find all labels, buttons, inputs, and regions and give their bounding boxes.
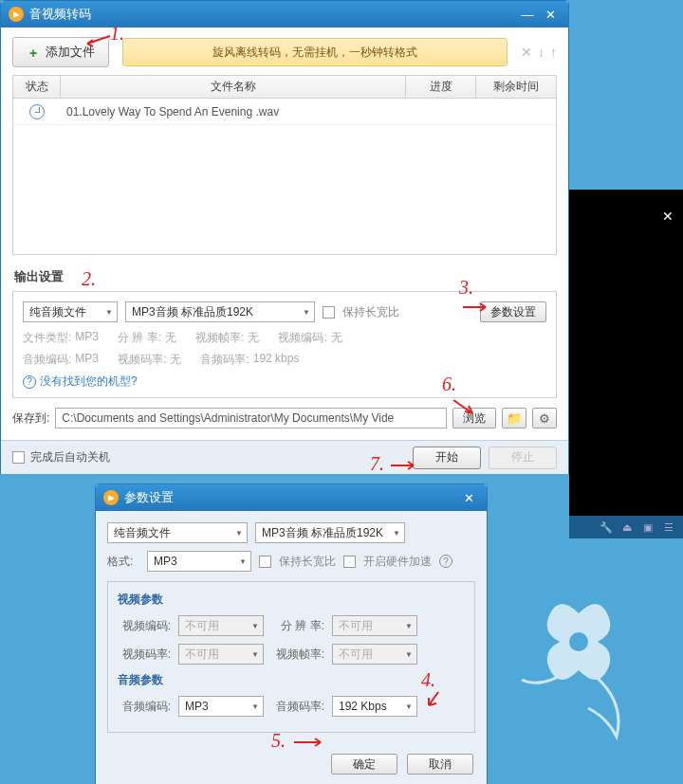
keep-aspect-checkbox[interactable] [323,306,335,319]
flower-decoration [493,556,664,746]
cancel-button[interactable]: 取消 [407,754,473,775]
param-dialog: ▶ 参数设置 ✕ 纯音频文件 MP3音频 标准品质192K 格式: MP3 保持… [95,483,488,784]
saveto-input[interactable] [55,408,447,428]
plus-icon: + [27,46,40,59]
list-icon[interactable]: ☰ [660,519,677,536]
vfps-select: 不可用 [332,644,417,665]
eject-icon[interactable]: ⏏ [618,519,636,536]
background-panel [569,190,683,521]
remove-icon[interactable]: ✕ [521,45,532,60]
start-button[interactable]: 开始 [413,447,481,469]
table-header: 状态 文件名称 进度 剩余时间 [13,76,556,99]
keep-aspect-label: 保持长宽比 [342,304,399,320]
app-icon: ▶ [9,7,24,22]
vcodec-select: 不可用 [178,615,264,636]
output-settings: 纯音频文件 MP3音频 标准品质192K 保持长宽比 参数设置 文件类型:MP3… [12,291,557,398]
promo-banner[interactable]: 旋风离线转码，无需挂机，一秒钟转格式 [122,38,508,66]
params-fieldset: 视频参数 视频编码: 不可用 分 辨 率: 不可用 视频码率: 不可用 视频帧率… [107,581,475,733]
dlg-format-select[interactable]: MP3 [147,551,251,572]
file-type-select[interactable]: 纯音频文件 [23,301,118,322]
dlg-type-select[interactable]: 纯音频文件 [107,522,248,543]
shutdown-checkbox[interactable] [12,451,25,464]
ok-button[interactable]: 确定 [331,754,397,775]
titlebar[interactable]: ▶ 音视频转码 — ✕ [1,1,568,27]
status-cell [13,104,61,119]
resolution-select: 不可用 [332,615,417,636]
dialog-titlebar[interactable]: ▶ 参数设置 ✕ [96,484,487,511]
shutdown-label: 完成后自动关机 [30,449,110,465]
square-icon[interactable]: ▣ [639,519,656,536]
dlg-hwaccel-checkbox[interactable] [343,556,356,568]
th-progress: 进度 [406,76,476,98]
dlg-aspect-checkbox[interactable] [259,556,271,568]
dialog-close-button[interactable]: ✕ [458,489,479,506]
th-name: 文件名称 [61,76,406,98]
open-folder-button[interactable]: 📁 [502,408,526,428]
down-icon[interactable]: ↓ [538,45,545,60]
saveto-label: 保存到: [12,410,49,427]
format-select[interactable]: MP3音频 标准品质192K [125,301,315,322]
output-section-title: 输出设置 [14,268,555,285]
browse-button[interactable]: 浏览 [452,408,496,428]
abitrate-select[interactable]: 192 Kbps [332,696,417,717]
hwaccel-help-icon[interactable]: ? [439,555,452,568]
add-button-label: 添加文件 [46,44,95,61]
audio-params-title: 音频参数 [118,672,465,688]
bg-close-icon: ✕ [662,209,674,224]
main-window: ▶ 音视频转码 — ✕ + 添加文件 旋风离线转码，无需挂机，一秒钟转格式 ✕ … [0,0,569,474]
wrench-icon[interactable]: 🔧 [598,519,615,536]
svg-point-0 [569,632,588,651]
add-file-button[interactable]: + 添加文件 [12,37,109,67]
clock-icon [29,104,45,119]
up-icon[interactable]: ↑ [550,45,557,60]
bg-toolbar: 🔧 ⏏ ▣ ☰ [569,516,683,538]
file-table: 状态 文件名称 进度 剩余时间 01.Lovely Way To Spend A… [12,75,557,255]
dialog-icon: ▶ [103,490,119,505]
th-time: 剩余时间 [476,76,556,98]
acodec-select[interactable]: MP3 [178,696,264,717]
th-status: 状态 [13,76,61,98]
help-icon: ? [23,375,36,389]
table-body: 01.Lovely Way To Spend An Evening .wav [13,99,556,254]
video-params-title: 视频参数 [118,592,465,608]
table-row[interactable]: 01.Lovely Way To Spend An Evening .wav [13,99,556,125]
vbitrate-select: 不可用 [178,644,264,665]
param-settings-button[interactable]: 参数设置 [480,301,546,322]
dialog-title: 参数设置 [124,489,456,506]
window-title: 音视频转码 [29,6,515,23]
settings-button[interactable]: ⚙ [532,408,557,428]
dlg-preset-select[interactable]: MP3音频 标准品质192K [255,522,405,543]
stop-button: 停止 [489,447,557,469]
help-link[interactable]: ? 没有找到您的机型? [23,374,546,390]
bottom-bar: 完成后自动关机 开始 停止 [1,440,568,474]
close-button[interactable]: ✕ [540,6,561,23]
name-cell: 01.Lovely Way To Spend An Evening .wav [61,105,406,119]
minimize-button[interactable]: — [517,6,538,23]
